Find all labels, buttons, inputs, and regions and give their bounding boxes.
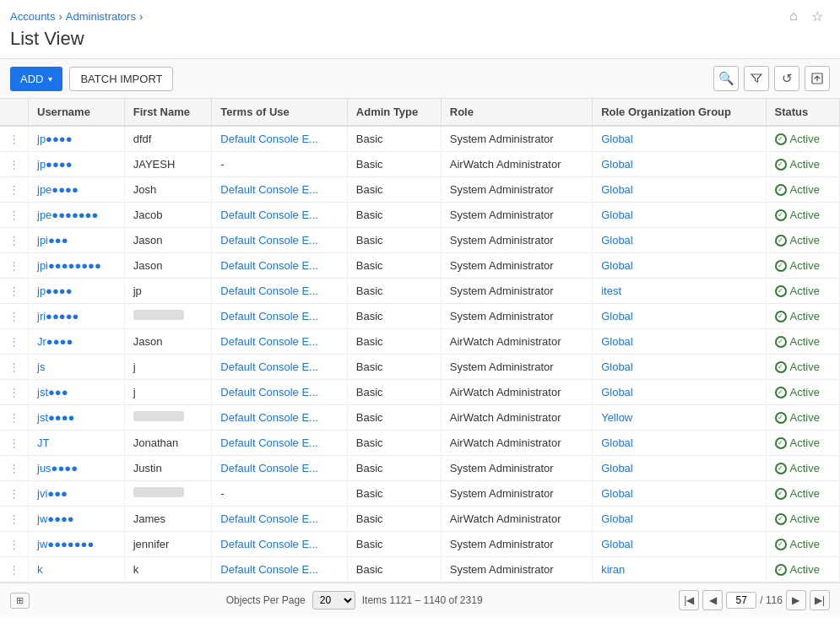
cell-username[interactable]: jpe●●●● [29,177,125,203]
cell-terms[interactable]: Default Console E... [212,253,347,279]
cell-terms[interactable]: Default Console E... [212,405,347,431]
cell-username[interactable]: jus●●●● [29,456,125,481]
row-menu-dots[interactable]: ⋮ [0,152,29,177]
cell-username[interactable]: jst●●● [29,380,125,405]
cell-firstname: Josh [124,177,212,203]
cell-orggroup[interactable]: kiran [593,557,766,583]
row-menu-dots[interactable]: ⋮ [0,481,29,507]
cell-admintype: Basic [347,304,441,329]
row-menu-dots[interactable]: ⋮ [0,355,29,380]
cell-orggroup[interactable]: Global [593,152,766,177]
add-button[interactable]: ADD ▾ [10,67,62,91]
row-menu-dots[interactable]: ⋮ [0,228,29,253]
cell-terms[interactable]: Default Console E... [212,456,347,481]
col-username[interactable]: Username [29,99,125,126]
row-menu-dots[interactable]: ⋮ [0,279,29,304]
cell-terms[interactable]: Default Console E... [212,329,347,355]
row-menu-dots[interactable]: ⋮ [0,456,29,481]
search-icon-btn[interactable]: 🔍 [713,66,739,91]
col-orggroup[interactable]: Role Organization Group [593,99,766,126]
cell-orggroup[interactable]: Yellow [593,405,766,431]
cell-username[interactable]: jri●●●●● [29,304,125,329]
cell-username[interactable]: jpi●●● [29,228,125,253]
cell-terms[interactable]: Default Console E... [212,203,347,228]
filter-icon-btn[interactable] [744,66,769,91]
cell-orggroup[interactable]: Global [593,481,766,507]
cell-username[interactable]: jp●●●● [29,152,125,177]
col-role[interactable]: Role [441,99,592,126]
star-icon[interactable]: ☆ [811,8,823,24]
cell-orggroup[interactable]: Global [593,228,766,253]
cell-terms[interactable]: Default Console E... [212,431,347,456]
row-menu-dots[interactable]: ⋮ [0,431,29,456]
cell-orggroup[interactable]: Global [593,177,766,203]
status-active-badge: Active [775,512,831,525]
per-page-select[interactable]: 20 10 50 100 [312,591,355,610]
expand-button[interactable]: ⊞ [10,593,30,609]
cell-orggroup[interactable]: Global [593,304,766,329]
row-menu-dots[interactable]: ⋮ [0,203,29,228]
cell-username[interactable]: JT [29,431,125,456]
row-menu-dots[interactable]: ⋮ [0,329,29,355]
cell-orggroup[interactable]: Global [593,355,766,380]
cell-username[interactable]: jpi●●●●●●●● [29,253,125,279]
cell-terms[interactable]: Default Console E... [212,279,347,304]
next-page-button[interactable]: ▶ [786,590,806,610]
cell-username[interactable]: jvi●●● [29,481,125,507]
row-menu-dots[interactable]: ⋮ [0,380,29,405]
refresh-icon-btn[interactable]: ↺ [774,66,799,91]
cell-status: Active [766,532,839,557]
cell-terms[interactable]: Default Console E... [212,507,347,532]
col-firstname[interactable]: First Name [124,99,212,126]
cell-terms[interactable]: Default Console E... [212,380,347,405]
cell-username[interactable]: jw●●●● [29,507,125,532]
cell-terms[interactable]: Default Console E... [212,177,347,203]
row-menu-dots[interactable]: ⋮ [0,253,29,279]
cell-orggroup[interactable]: Global [593,456,766,481]
col-terms[interactable]: Terms of Use [212,99,347,126]
cell-orggroup[interactable]: itest [593,279,766,304]
cell-terms[interactable]: Default Console E... [212,355,347,380]
cell-username[interactable]: jpe●●●●●●● [29,203,125,228]
row-menu-dots[interactable]: ⋮ [0,126,29,152]
cell-username[interactable]: jp●●●● [29,126,125,152]
cell-orggroup[interactable]: Global [593,126,766,152]
cell-orggroup[interactable]: Global [593,431,766,456]
cell-terms[interactable]: Default Console E... [212,228,347,253]
batch-import-button[interactable]: BATCH IMPORT [69,67,173,91]
cell-username[interactable]: k [29,557,125,583]
page-input[interactable] [726,592,756,609]
cell-orggroup[interactable]: Global [593,532,766,557]
cell-terms[interactable]: Default Console E... [212,304,347,329]
row-menu-dots[interactable]: ⋮ [0,507,29,532]
row-menu-dots[interactable]: ⋮ [0,557,29,583]
cell-username[interactable]: Jr●●●● [29,329,125,355]
cell-orggroup[interactable]: Global [593,507,766,532]
col-admintype[interactable]: Admin Type [347,99,441,126]
cell-terms[interactable]: Default Console E... [212,532,347,557]
row-menu-dots[interactable]: ⋮ [0,177,29,203]
first-page-button[interactable]: |◀ [679,590,699,610]
cell-username[interactable]: jst●●●● [29,405,125,431]
row-menu-dots[interactable]: ⋮ [0,405,29,431]
breadcrumb-accounts[interactable]: Accounts [10,10,55,23]
cell-username[interactable]: jw●●●●●●● [29,532,125,557]
cell-orggroup[interactable]: Global [593,253,766,279]
last-page-button[interactable]: ▶| [810,590,830,610]
cell-orggroup[interactable]: Global [593,329,766,355]
cell-orggroup[interactable]: Global [593,203,766,228]
cell-terms[interactable]: Default Console E... [212,557,347,583]
row-menu-dots[interactable]: ⋮ [0,532,29,557]
cell-orggroup[interactable]: Global [593,380,766,405]
prev-page-button[interactable]: ◀ [702,590,723,610]
status-label: Active [790,538,820,550]
add-chevron-icon: ▾ [48,74,52,84]
row-menu-dots[interactable]: ⋮ [0,304,29,329]
col-status[interactable]: Status [766,99,839,126]
cell-username[interactable]: js [29,355,125,380]
export-icon-btn[interactable] [805,66,830,91]
breadcrumb-administrators[interactable]: Administrators [66,10,136,23]
home-icon[interactable]: ⌂ [789,8,798,24]
cell-username[interactable]: jp●●●● [29,279,125,304]
cell-terms[interactable]: Default Console E... [212,126,347,152]
